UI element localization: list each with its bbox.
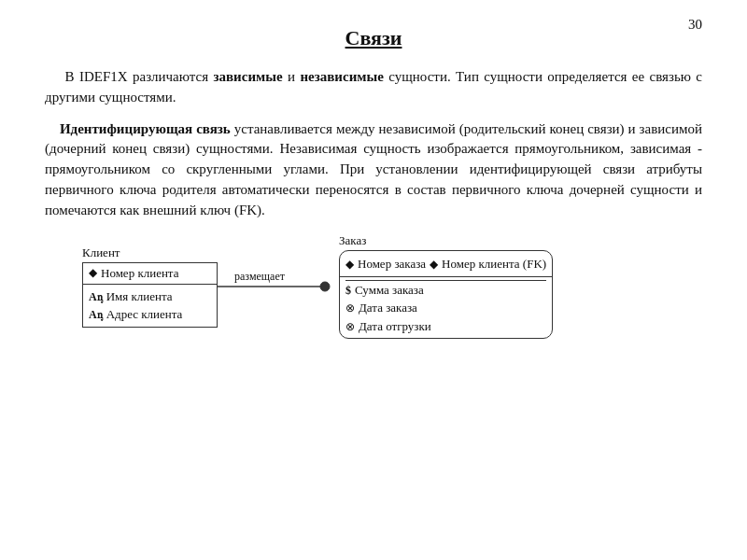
p1-text2: и <box>283 69 301 84</box>
entity-child-header-text-1: Номер заказа <box>358 255 426 273</box>
entity-child-row-3-text: Дата отгрузки <box>359 317 431 336</box>
p1-bold1: зависимые <box>213 69 282 84</box>
entity-parent-row-1-text: Имя клиента <box>106 287 173 306</box>
circle-x-icon-2: ⊗ <box>345 318 355 335</box>
p2-indent <box>45 121 60 136</box>
entity-parent-row-1: Aᶇ Имя клиента <box>89 287 211 306</box>
page: 30 Связи В IDEF1X различаются зависимые … <box>0 0 747 560</box>
circle-x-icon-1: ⊗ <box>345 300 355 316</box>
dollar-icon: $ <box>345 282 351 299</box>
entity-parent-title: Клиент <box>82 245 120 260</box>
p1-bold2: независимые <box>300 69 383 84</box>
entity-child-header-text-2: Номер клиента (FK) <box>442 255 546 273</box>
key-icon-child-1: ◆ <box>345 256 354 273</box>
connector-svg: размещает <box>218 249 339 324</box>
entity-parent: ◆ Номер клиента Aᶇ Имя клиента Aᶇ Адрес … <box>82 262 218 328</box>
entity-parent-row-2-text: Адрес клиента <box>106 305 183 324</box>
key-icon-child-2: ◆ <box>430 256 438 273</box>
key-icon-1: ◆ <box>89 266 97 280</box>
attr-icon-1: Aᶇ <box>89 288 103 305</box>
p2-bold: Идентифицирующая связь <box>60 121 231 136</box>
p1-text1: В IDEF1X различаются <box>45 69 213 84</box>
entity-child-row-2: ⊗ Дата заказа <box>345 299 546 317</box>
entity-parent-header-text: Номер клиента <box>101 266 178 281</box>
entity-parent-header: ◆ Номер клиента <box>83 263 217 285</box>
entity-child-row-1-text: Сумма заказа <box>355 281 424 300</box>
entity-child-body: $ Сумма заказа ⊗ Дата заказа ⊗ Дата отгр… <box>340 277 552 339</box>
entity-child-row-2-text: Дата заказа <box>359 299 417 317</box>
paragraph-1: В IDEF1X различаются зависимые и независ… <box>45 67 702 108</box>
svg-text:размещает: размещает <box>234 270 286 283</box>
svg-point-1 <box>320 282 330 291</box>
entity-child-header-row-2: ◆ Номер клиента (FK) <box>430 255 546 273</box>
page-title: Связи <box>45 26 702 50</box>
entity-child-header-row-1: ◆ Номер заказа <box>345 255 426 273</box>
entity-child-row-3: ⊗ Дата отгрузки <box>345 317 546 336</box>
diagram-area: Клиент ◆ Номер клиента Aᶇ Имя клиента Aᶇ… <box>45 233 702 339</box>
attr-icon-2: Aᶇ <box>89 306 103 323</box>
paragraph-2: Идентифицирующая связь устанавливается м… <box>45 119 702 221</box>
page-number: 30 <box>688 17 702 33</box>
entity-child-header: ◆ Номер заказа ◆ Номер клиента (FK) <box>340 251 552 277</box>
entity-child-title: Заказ <box>339 233 366 248</box>
entity-child: ◆ Номер заказа ◆ Номер клиента (FK) $ Су… <box>339 250 553 339</box>
entity-child-row-1: $ Сумма заказа <box>345 280 546 300</box>
entity-parent-row-2: Aᶇ Адрес клиента <box>89 305 211 324</box>
entity-parent-body: Aᶇ Имя клиента Aᶇ Адрес клиента <box>83 285 217 327</box>
